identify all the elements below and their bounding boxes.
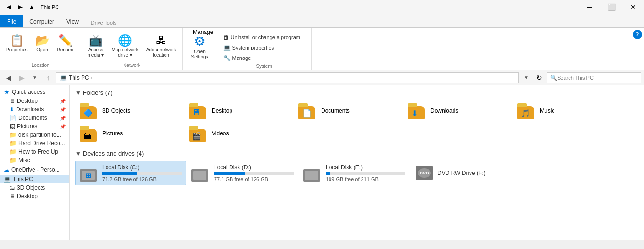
this-pc-icon: 💻 [4,176,11,183]
open-button[interactable]: 📂 Open [32,33,53,55]
drive-item-e[interactable]: Local Disk (E:) 199 GB free of 211 GB [299,161,410,185]
add-network-icon: 🖧 [156,35,167,46]
sidebar-item-documents[interactable]: 📄 Documents 📌 [0,114,69,122]
folder-item-downloads[interactable]: ⬇ Downloads [404,100,512,122]
up-btn-qa[interactable]: ▲ [26,2,37,12]
ribbon: Manage 📋 Properties 📂 Open ✏️ Rename Loc… [0,28,644,70]
ribbon-group-network: 📺 Accessmedia ▾ 🌐 Map networkdrive ▾ 🖧 A… [81,28,182,70]
drive-c-fill [102,172,137,175]
manage-button[interactable]: 🔧 Manage [220,53,304,63]
drive-icon-d [191,165,210,182]
tab-computer[interactable]: Computer [23,15,60,27]
up-button[interactable]: ↑ [42,72,54,83]
minimize-button[interactable]: ─ [579,0,601,14]
system-properties-button[interactable]: 💻 System properties [220,43,304,52]
sidebar-item-disk-partition[interactable]: 📁 disk partition fo... [0,131,69,139]
title-bar-controls: ─ ⬜ ✕ [579,0,644,14]
back-button[interactable]: ◀ [3,72,14,83]
close-button[interactable]: ✕ [622,0,644,14]
title-bar: ◀ ▶ ▲ This PC ─ ⬜ ✕ [0,0,644,14]
folder-item-pictures[interactable]: 🏔 Pictures [75,123,184,144]
search-icon: 🔍 [550,75,557,81]
drive-f-info: DVD RW Drive (F:) [438,170,517,176]
sidebar-item-this-pc[interactable]: 💻 This PC [0,175,69,183]
drive-icon-f: DVD [415,165,434,182]
map-network-icon: 🌐 [118,35,132,46]
sidebar: ★ Quick access 🖥 Desktop 📌 ⬇ Downloads 📌… [0,85,70,240]
address-dropdown-button[interactable]: ▼ [520,72,532,83]
sidebar-item-downloads[interactable]: ⬇ Downloads 📌 [0,105,69,114]
drive-item-d[interactable]: Local Disk (D:) 77.1 GB free of 126 GB [187,161,298,185]
quick-access-icon: ★ [4,88,10,96]
folder-item-documents[interactable]: 📄 Documents [294,100,403,122]
folder-icon-documents: 📄 [298,102,317,119]
misc-icon: 📁 [9,157,17,164]
folders-section-header[interactable]: ▼ Folders (7) [75,89,638,96]
folder-item-videos[interactable]: 🎬 Videos [185,123,293,144]
folder-item-3d-objects[interactable]: 🔷 3D Objects [75,100,184,122]
folder-icon-3d-objects: 🔷 [80,102,99,119]
window-title: This PC [41,4,59,10]
tab-manage[interactable]: Manage [187,27,219,37]
search-input[interactable] [557,75,638,81]
sidebar-item-3d-objects-child[interactable]: 🗂 3D Objects [0,183,69,192]
open-settings-button[interactable]: ⚙ OpenSettings [186,33,214,62]
rename-button[interactable]: ✏️ Rename [54,33,78,55]
devices-section-header[interactable]: ▼ Devices and drives (4) [75,150,638,157]
sidebar-item-hard-drive-reco[interactable]: 📁 Hard Drive Reco... [0,139,69,148]
sidebar-item-quick-access[interactable]: ★ Quick access [0,87,69,97]
forward-btn-qa[interactable]: ▶ [15,2,25,12]
folders-grid: 🔷 3D Objects 🖥 Desktop 📄 [75,100,638,144]
documents-sidebar-icon: 📄 [9,115,17,121]
uninstall-button[interactable]: 🗑 Uninstall or change a program [220,33,304,42]
sidebar-item-misc[interactable]: 📁 Misc [0,156,69,165]
system-properties-icon: 💻 [223,44,231,51]
drive-item-c[interactable]: ⊞ Local Disk (C:) 71.2 GB free of 126 GB [75,161,186,185]
tab-drive-tools-group: Drive Tools [85,15,123,27]
pictures-sidebar-icon: 🖼 [9,123,15,130]
folder-item-music[interactable]: 🎵 Music [513,100,621,122]
maximize-button[interactable]: ⬜ [601,0,622,14]
devices-chevron: ▼ [75,150,81,157]
drive-d-info: Local Disk (D:) 77.1 GB free of 126 GB [214,164,294,182]
map-network-drive-button[interactable]: 🌐 Map networkdrive ▾ [108,33,141,60]
folder-item-desktop[interactable]: 🖥 Desktop [185,100,293,122]
ribbon-group-system: 🗑 Uninstall or change a program 💻 System… [217,28,312,70]
desktop-child-icon: 🖥 [9,193,15,199]
address-path[interactable]: 💻 This PC › [56,72,519,83]
back-btn-qa[interactable]: ◀ [4,2,14,12]
how-to-free-icon: 📁 [9,149,17,155]
tab-view[interactable]: View [60,15,85,27]
folder-icon-downloads: ⬇ [408,102,427,119]
sidebar-item-onedrive[interactable]: ☁ OneDrive - Perso... [0,166,69,174]
sidebar-item-desktop-child[interactable]: 🖥 Desktop [0,192,69,200]
onedrive-icon: ☁ [4,166,9,173]
manage-icon: 🔧 [223,55,231,61]
sidebar-item-pictures[interactable]: 🖼 Pictures 📌 [0,122,69,131]
tab-file[interactable]: File [0,15,23,27]
search-box[interactable]: 🔍 [547,72,641,83]
hard-drive-icon: 📁 [9,140,17,147]
folder-icon-pictures: 🏔 [80,125,99,142]
recent-locations-button[interactable]: ▼ [29,72,41,83]
access-media-button[interactable]: 📺 Accessmedia ▾ [84,33,107,60]
rename-icon: ✏️ [58,35,73,46]
properties-icon: 📋 [10,35,24,46]
ribbon-group-location: 📋 Properties 📂 Open ✏️ Rename Location [0,28,81,70]
drive-item-f[interactable]: DVD DVD RW Drive (F:) [411,161,521,185]
refresh-button[interactable]: ↻ [534,72,545,83]
help-button[interactable]: ? [633,30,642,39]
sidebar-item-how-to-free-up[interactable]: 📁 How to Free Up [0,148,69,156]
folders-chevron: ▼ [75,90,81,96]
folder-icon-music: 🎵 [517,102,536,119]
add-network-location-button[interactable]: 🖧 Add a networklocation [143,33,180,60]
forward-button[interactable]: ▶ [16,72,27,83]
drive-c-info: Local Disk (C:) 71.2 GB free of 126 GB [102,164,182,182]
ribbon-help: ? [631,28,644,70]
folder-icon-desktop: 🖥 [189,102,208,119]
sidebar-item-desktop[interactable]: 🖥 Desktop 📌 [0,97,69,105]
path-this-pc[interactable]: This PC [69,75,89,81]
open-icon: 📂 [35,35,50,46]
3d-objects-child-icon: 🗂 [9,184,15,191]
properties-button[interactable]: 📋 Properties [3,33,31,55]
